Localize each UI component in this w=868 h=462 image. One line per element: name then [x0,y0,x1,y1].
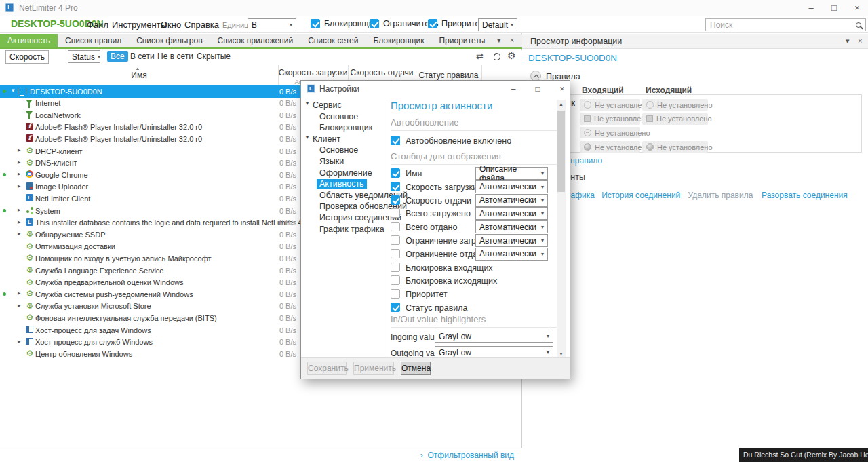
settings-tree-item-5[interactable]: Языки [301,156,387,168]
rule-out-value[interactable]: Не установлено [642,99,708,111]
column-format-dropdown[interactable]: Автоматически▾ [475,234,548,247]
profile-dropdown[interactable]: Default▾ [478,18,517,31]
column-checkbox[interactable] [391,195,400,205]
column-format-dropdown[interactable]: Автоматически▾ [475,220,548,233]
process-name: Фоновая интеллектуальная служба передачи… [35,314,217,322]
dialog-minimize-button[interactable]: – [505,82,522,96]
menu-2[interactable]: Окно [161,20,181,30]
rule-in-value[interactable]: Не установлено [580,141,640,153]
settings-tree-item-2[interactable]: Блокировщик [301,122,387,134]
dialog-button-1[interactable]: Применить [353,362,394,375]
refresh-icon[interactable] [493,53,500,60]
tab-3[interactable]: Список приложений [210,34,301,47]
panel-close-icon[interactable]: × [858,37,862,45]
panel-menu-icon[interactable]: ▾ [497,36,501,45]
scroll-up-icon[interactable]: ▲ [557,100,566,109]
settings-tree-item-9[interactable]: Проверка обновлений [301,201,387,212]
status-filter-0[interactable]: Все [107,51,128,62]
settings-tree-item-0[interactable]: ▾ Сервис [301,100,387,111]
maximize-button[interactable]: □ [825,1,844,15]
search-icon[interactable] [856,22,861,28]
column-format-dropdown[interactable]: Автоматически▾ [475,207,548,220]
tool-link-3[interactable]: Разорвать соединения [762,191,848,200]
settings-tree-item-3[interactable]: ▾ Клиент [301,134,387,145]
column-checkbox[interactable] [391,249,400,258]
search-input[interactable]: Поиск [705,18,866,31]
status-dropdown[interactable]: Status▾ [68,50,100,63]
tab-1[interactable]: Список правил [58,34,129,47]
column-checkbox[interactable] [391,263,400,272]
status-filter-3[interactable]: Скрытые [197,52,231,61]
settings-tree-item-7[interactable]: Активность [301,178,387,190]
autorefresh-checkbox[interactable] [391,136,400,145]
toggle-Блокировщик[interactable]: Блокировщик [311,19,377,28]
rule-in-value[interactable]: Не установлено [580,99,640,111]
tool-link-1[interactable]: История соединений [601,191,680,200]
column-checkbox[interactable] [391,275,400,285]
status-filter-2[interactable]: Не в сети [157,52,193,61]
dialog-maximize-button[interactable]: □ [529,82,547,96]
column-format-dropdown[interactable]: Автоматически▾ [475,180,548,193]
column-checkbox[interactable] [391,235,400,245]
download-speed-value: 0 B/s [251,231,296,239]
col-header-3[interactable]: Статус правила [416,71,481,80]
swap-columns-icon[interactable]: ⇄ [476,51,484,61]
units-dropdown[interactable]: В▾ [248,18,296,31]
highlighter-dropdown[interactable]: GrayLow▾ [435,330,553,343]
column-checkbox[interactable] [391,182,400,191]
status-filter-1[interactable]: В сети [130,52,155,61]
menu-1[interactable]: Инструменты [112,20,167,30]
settings-tree-item-11[interactable]: График трафика [301,224,387,235]
column-checkbox[interactable] [391,303,400,312]
column-checkbox[interactable] [391,168,400,178]
rule-in-value[interactable]: Не установлено [580,127,640,138]
settings-tree-item-4[interactable]: Основное [301,145,387,156]
download-speed-value: 0 B/s [251,135,296,143]
tab-5[interactable]: Блокировщик [366,34,431,47]
checkbox-icon[interactable] [370,19,379,28]
close-button[interactable]: × [848,1,867,15]
settings-gear-icon[interactable]: ⚙ [507,50,516,61]
checkbox-icon[interactable] [428,19,437,28]
rule-out-value[interactable]: Не установлено [642,141,708,153]
tree-expand-icon[interactable]: ▾ [306,100,309,107]
panel-menu-icon[interactable]: ▾ [846,37,850,45]
settings-tree-item-1[interactable]: Основное [301,111,387,123]
speed-button[interactable]: Скорость [5,50,49,64]
settings-tree-item-8[interactable]: Область уведомлений [301,190,387,201]
tab-2[interactable]: Список фильтров [129,34,210,47]
process-name: Служба системы push-уведомлений Windows [35,290,193,299]
menu-3[interactable]: Справка [184,20,219,30]
dialog-close-button[interactable]: × [553,82,571,96]
tab-6[interactable]: Приоритеты [431,34,492,47]
settings-tree-item-6[interactable]: Оформление [301,168,387,179]
dialog-scrollbar[interactable]: ▲ ▼ [557,100,566,358]
dialog-button-0[interactable]: Сохранить [307,362,347,375]
column-checkbox[interactable] [391,222,400,231]
settings-tree-item-10[interactable]: История соединений [301,212,387,224]
tab-4[interactable]: Список сетей [300,34,366,47]
chevron-down-icon: ▾ [511,22,513,28]
column-checkbox[interactable] [391,208,400,218]
menu-0[interactable]: Файл [87,20,108,30]
col-header-0[interactable]: Имя [0,71,278,80]
process-name: LocalNetwork [35,111,81,119]
tree-expand-icon[interactable]: ▾ [306,134,309,140]
checkbox-icon[interactable] [311,19,320,28]
rule-out-value[interactable]: Не установлено [642,113,708,125]
panel-close-icon[interactable]: × [510,36,514,44]
rule-in-value[interactable]: Не установлено [580,113,640,125]
service-gear-icon: ⚙ [26,349,34,358]
minimize-button[interactable]: – [802,1,821,15]
chrome-icon [26,170,33,178]
host-process-icon [26,326,33,333]
column-format-dropdown[interactable]: Автоматически▾ [475,194,548,207]
column-format-dropdown[interactable]: Автоматически▾ [475,248,548,261]
filtered-view-link[interactable]: › Отфильтрованный вид [420,450,514,460]
scroll-thumb[interactable] [557,111,565,192]
column-format-dropdown[interactable]: Описание файла▾ [475,167,548,180]
tool-link-2[interactable]: Удалить правила [688,191,753,200]
column-checkbox[interactable] [391,289,400,299]
tab-0[interactable]: Активность [0,34,58,47]
cancel-button[interactable]: Отмена [401,362,431,375]
